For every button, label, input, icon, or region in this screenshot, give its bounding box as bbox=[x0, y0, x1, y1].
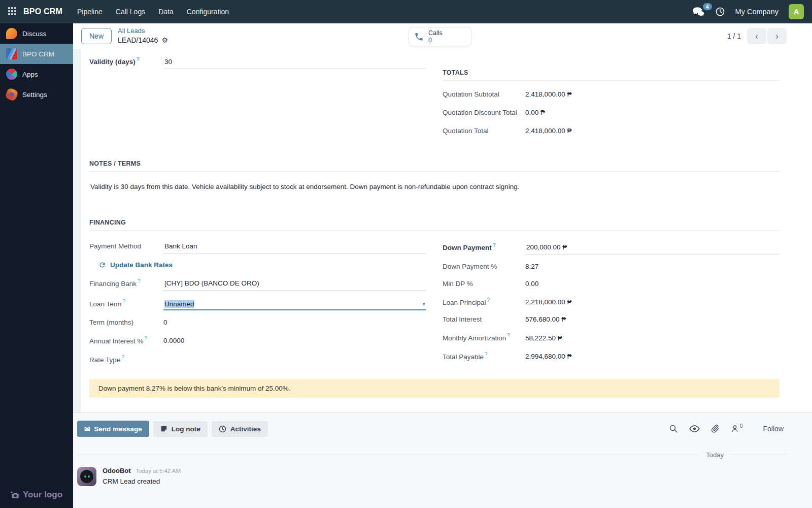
user-avatar[interactable]: A bbox=[789, 4, 804, 19]
financing-section: FINANCING Payment Method Bank Loan Updat… bbox=[89, 219, 780, 398]
loan-term-selected-text: Unnamed bbox=[164, 300, 194, 308]
validity-input[interactable]: 30 bbox=[163, 58, 426, 69]
search-messages-icon[interactable] bbox=[669, 424, 678, 433]
company-switcher[interactable]: My Company bbox=[735, 8, 779, 16]
chatter-message: OdooBot Today at 5:42 AM CRM Lead create… bbox=[77, 467, 787, 486]
quotation-total-value: 2,418,000.00 ₱ bbox=[525, 127, 780, 136]
term-months-label: Term (months) bbox=[89, 318, 163, 328]
today-divider: Today bbox=[77, 451, 787, 459]
follow-button[interactable]: Follow bbox=[760, 424, 787, 433]
form-left-top: Validity (days)? 30 bbox=[89, 56, 426, 145]
left-sidebar: Discuss BPO CRM Apps Settings Your logo bbox=[0, 23, 73, 508]
menu-data[interactable]: Data bbox=[153, 4, 179, 19]
total-interest-value: 576,680.00 ₱ bbox=[525, 315, 780, 324]
activities-clock-icon[interactable] bbox=[715, 7, 725, 17]
menu-pipeline[interactable]: Pipeline bbox=[72, 4, 108, 19]
message-timestamp: Today at 5:42 AM bbox=[136, 468, 181, 474]
top-menu: Pipeline Call Logs Data Configuration bbox=[72, 4, 234, 19]
quotation-discount-value: 0.00 ₱ bbox=[525, 109, 780, 117]
chevron-down-icon[interactable]: ▾ bbox=[422, 301, 425, 307]
quotation-total-row: Quotation Total 2,418,000.00 ₱ bbox=[443, 126, 780, 136]
activities-button[interactable]: Activities bbox=[212, 421, 268, 437]
payment-method-label: Payment Method bbox=[89, 242, 163, 251]
notes-section: NOTES / TERMS Validity is 30 days from t… bbox=[89, 160, 780, 190]
breadcrumb-all-leads[interactable]: All Leads bbox=[118, 27, 168, 36]
down-payment-pct-field: Down Payment % 8.27 bbox=[443, 262, 780, 272]
sidebar-item-bpo-crm[interactable]: BPO CRM bbox=[0, 44, 73, 64]
sidebar-item-discuss[interactable]: Discuss bbox=[0, 23, 73, 44]
min-dp-field: Min DP % 0.00 bbox=[443, 279, 780, 289]
help-icon: ? bbox=[121, 355, 124, 360]
pager-next-button[interactable]: › bbox=[767, 28, 787, 44]
pager-previous-button[interactable]: ‹ bbox=[747, 28, 766, 44]
quotation-subtotal-value: 2,418,000.00 ₱ bbox=[525, 90, 780, 99]
odoobot-avatar bbox=[77, 467, 96, 486]
gear-icon[interactable]: ⚙ bbox=[161, 37, 168, 44]
loan-term-input[interactable]: Unnamed ▾ bbox=[163, 300, 426, 310]
help-icon: ? bbox=[487, 297, 490, 303]
totals-heading: TOTALS bbox=[443, 69, 780, 81]
send-message-button[interactable]: ✉ Send message bbox=[77, 421, 149, 437]
total-payable-field: Total Payable? 2,994,680.00 ₱ bbox=[443, 351, 780, 362]
calls-stat-button[interactable]: Calls 0 bbox=[409, 27, 471, 46]
total-interest-label: Total Interest bbox=[443, 315, 525, 325]
financing-heading: FINANCING bbox=[89, 219, 780, 231]
payment-method-input[interactable]: Bank Loan bbox=[163, 242, 426, 253]
menu-configuration[interactable]: Configuration bbox=[181, 4, 234, 19]
menu-call-logs[interactable]: Call Logs bbox=[110, 4, 151, 19]
pager-value[interactable]: 1 / 1 bbox=[727, 32, 741, 40]
messages-badge: 4 bbox=[703, 3, 712, 11]
lead-reference: LEAD/14046 bbox=[118, 36, 158, 45]
loan-principal-field: Loan Principal? 2,218,000.00 ₱ bbox=[443, 297, 780, 307]
financing-bank-label: Financing Bank? bbox=[89, 278, 163, 289]
quotation-subtotal-label: Quotation Subtotal bbox=[443, 90, 525, 100]
term-months-value: 0 bbox=[163, 319, 426, 327]
loan-term-label: Loan Term? bbox=[89, 298, 163, 309]
calls-count: 0 bbox=[428, 37, 443, 44]
min-dp-label: Min DP % bbox=[443, 279, 525, 289]
annual-interest-field: Annual Interest %? 0.0000 bbox=[89, 335, 426, 346]
followers-count: 0 bbox=[740, 423, 743, 429]
chatter: ✉ Send message Log note Activities bbox=[73, 412, 812, 508]
apps-grid-icon[interactable] bbox=[8, 7, 17, 16]
app-name: BPO CRM bbox=[23, 7, 62, 16]
followers-icon[interactable]: 0 bbox=[731, 424, 742, 433]
validity-label: Validity (days)? bbox=[89, 56, 163, 67]
validity-field: Validity (days)? 30 bbox=[89, 56, 426, 69]
payment-method-field: Payment Method Bank Loan bbox=[89, 242, 426, 253]
bpo-crm-icon bbox=[6, 48, 17, 59]
attachment-icon[interactable] bbox=[711, 424, 720, 433]
sidebar-item-apps[interactable]: Apps bbox=[0, 64, 73, 84]
systray: 4 My Company A bbox=[693, 4, 804, 19]
financing-bank-input[interactable]: [CHY] BDO (BANCO DE ORO) bbox=[163, 279, 426, 291]
help-icon: ? bbox=[493, 242, 496, 248]
total-payable-value: 2,994,680.00 ₱ bbox=[525, 353, 780, 361]
update-bank-rates-button[interactable]: Update Bank Rates bbox=[98, 261, 426, 269]
notes-text-field[interactable]: Validity is 30 days from this date. Vehi… bbox=[89, 183, 780, 190]
eye-icon[interactable] bbox=[689, 425, 700, 433]
main-area: New All Leads LEAD/14046 ⚙ Calls 0 1 / 1… bbox=[73, 23, 812, 508]
new-button[interactable]: New bbox=[81, 28, 112, 44]
total-interest-field: Total Interest 576,680.00 ₱ bbox=[443, 315, 780, 325]
rate-type-value bbox=[163, 354, 426, 362]
messages-icon[interactable]: 4 bbox=[693, 7, 705, 17]
down-payment-pct-label: Down Payment % bbox=[443, 262, 525, 272]
down-payment-input[interactable]: 200,000.00 ₱ bbox=[525, 243, 780, 255]
company-logo-placeholder[interactable]: Your logo bbox=[0, 490, 73, 500]
sidebar-item-settings[interactable]: Settings bbox=[0, 84, 73, 105]
clock-icon bbox=[219, 425, 226, 433]
sidebar-item-label: Settings bbox=[22, 91, 47, 99]
financing-right-column: Down Payment? 200,000.00 ₱ Down Payment … bbox=[443, 242, 780, 373]
annual-interest-value: 0.0000 bbox=[163, 337, 426, 345]
today-divider-label: Today bbox=[706, 451, 724, 459]
totals-section: TOTALS Quotation Subtotal 2,418,000.00 ₱… bbox=[443, 69, 780, 145]
monthly-amortization-value: 58,222.50 ₱ bbox=[525, 334, 780, 343]
settings-icon bbox=[5, 87, 19, 102]
quotation-discount-label: Quotation Discount Total bbox=[443, 108, 525, 118]
help-icon: ? bbox=[507, 333, 510, 338]
log-note-button[interactable]: Log note bbox=[153, 421, 208, 437]
help-icon: ? bbox=[485, 352, 488, 357]
down-payment-field: Down Payment? 200,000.00 ₱ bbox=[443, 242, 780, 255]
note-icon bbox=[160, 425, 167, 432]
help-icon: ? bbox=[123, 299, 126, 304]
